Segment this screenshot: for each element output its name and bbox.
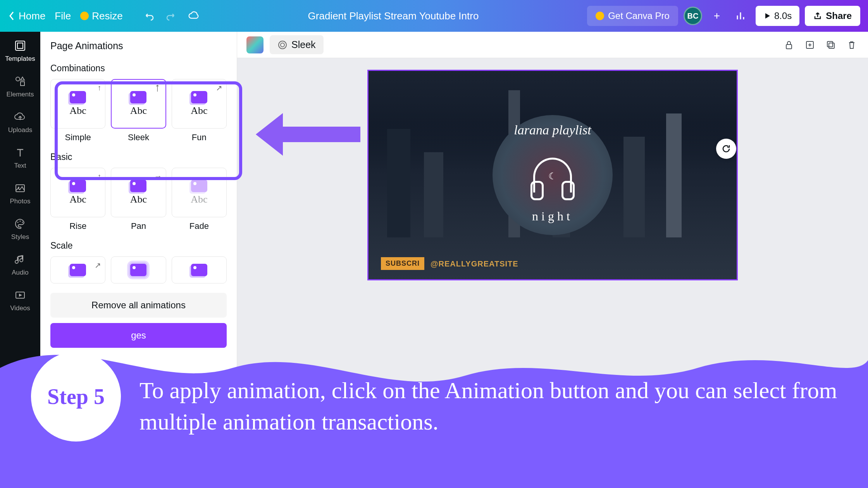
rail-videos[interactable]: Videos [10, 288, 30, 312]
page-color-button[interactable] [246, 36, 264, 53]
section-scale: Scale [50, 241, 227, 251]
step-badge: Step 5 [31, 352, 121, 442]
diag-arrow-icon: ↗ [95, 261, 101, 270]
anim-scale-1[interactable]: ↗ [50, 256, 105, 284]
refresh-button[interactable] [716, 139, 736, 159]
home-button[interactable]: Home [8, 10, 45, 22]
subscribe-badge: SUBSCRI [381, 257, 424, 270]
new-page-button[interactable] [803, 38, 817, 52]
chevron-left-icon [8, 10, 15, 21]
crown-icon [80, 12, 89, 20]
topbar-right: Get Canva Pro BC + 8.0s Share [587, 6, 860, 26]
rail-audio[interactable]: Audio [12, 253, 28, 277]
anim-scale-3[interactable] [172, 256, 227, 284]
anim-sleek[interactable]: ⭡AbcSleek [111, 79, 166, 143]
pro-label: Get Canva Pro [608, 10, 670, 21]
section-basic: Basic [50, 152, 227, 162]
svg-point-2 [16, 77, 20, 81]
up-arrow-icon: ↑ [97, 83, 101, 92]
anim-pan[interactable]: →AbcPan [111, 168, 166, 231]
svg-rect-15 [829, 43, 834, 48]
anim-simple[interactable]: ↑AbcSimple [50, 79, 105, 143]
diag-arrow-icon: ↗ [216, 83, 222, 93]
animation-chip[interactable]: Sleek [270, 35, 324, 54]
moon-icon: ☾ [548, 171, 557, 182]
basic-grid: ↑AbcRise →AbcPan AbcFade [50, 168, 227, 231]
share-label: Share [826, 10, 852, 21]
combinations-grid: ↑AbcSimple ⭡AbcSleek ↗AbcFun [50, 79, 227, 143]
document-title[interactable]: Gradient Playlist Stream Youtube Intro [200, 10, 587, 22]
lock-button[interactable] [782, 38, 796, 52]
svg-rect-1 [17, 43, 23, 48]
avatar[interactable]: BC [684, 7, 702, 25]
svg-rect-0 [16, 41, 25, 50]
headphone-icon: ☾ [533, 158, 572, 192]
logo-text-bottom: night [532, 209, 573, 223]
up-arrow-icon: ↑ [97, 172, 101, 181]
canvas-toolbar: Sleek [237, 32, 868, 58]
handle-text: @REALLYGREATSITE [431, 259, 518, 268]
logo-circle: larana playlist ☾ night [493, 115, 613, 235]
rail-uploads[interactable]: Uploads [8, 110, 32, 134]
get-pro-button[interactable]: Get Canva Pro [587, 6, 678, 26]
cloud-sync-icon[interactable] [188, 10, 200, 22]
anim-scale-2[interactable] [111, 256, 166, 284]
svg-point-6 [17, 222, 18, 223]
tutorial-instruction: To apply animation, click on the Animati… [140, 375, 845, 438]
home-label: Home [19, 10, 45, 22]
rail-templates[interactable]: Templates [5, 39, 35, 63]
rail-styles[interactable]: Styles [11, 217, 29, 241]
svg-rect-14 [827, 41, 833, 47]
rail-photos[interactable]: Photos [10, 181, 31, 205]
share-icon [813, 12, 822, 20]
duration-button[interactable]: 8.0s [756, 6, 799, 26]
anim-rise[interactable]: ↑AbcRise [50, 168, 105, 231]
svg-point-8 [22, 222, 23, 223]
top-bar: Home File Resize Gradient Playlist Strea… [0, 0, 868, 32]
play-icon [763, 12, 771, 20]
redo-button[interactable] [165, 10, 177, 22]
svg-point-10 [279, 41, 286, 49]
canvas-frame[interactable]: larana playlist ☾ night SUBSCRI @REALLYG… [367, 70, 738, 280]
section-combinations: Combinations [50, 63, 227, 74]
up-icon: ⭡ [154, 84, 162, 93]
duplicate-button[interactable] [824, 38, 838, 52]
svg-point-7 [19, 221, 21, 222]
anim-fun[interactable]: ↗AbcFun [172, 79, 227, 143]
animation-chip-label: Sleek [291, 39, 316, 50]
scale-grid: ↗ [50, 256, 227, 284]
insights-button[interactable] [732, 7, 750, 25]
resize-label: Resize [92, 10, 122, 22]
topbar-left: Home File Resize [8, 10, 200, 22]
crown-icon [596, 12, 604, 20]
canvas-content: larana playlist ☾ night SUBSCRI @REALLYG… [369, 71, 737, 279]
resize-button[interactable]: Resize [80, 10, 122, 22]
file-button[interactable]: File [55, 10, 71, 22]
duration-label: 8.0s [774, 10, 792, 21]
right-arrow-icon: → [154, 172, 162, 181]
rail-text[interactable]: Text [13, 146, 27, 170]
top-icons [143, 10, 200, 22]
undo-button[interactable] [143, 10, 155, 22]
logo-text-top: larana playlist [514, 123, 591, 137]
svg-rect-12 [786, 45, 792, 49]
delete-button[interactable] [845, 38, 859, 52]
remove-animations-button[interactable]: Remove all animations [50, 293, 227, 318]
animation-icon [277, 40, 288, 50]
svg-rect-3 [21, 82, 24, 86]
share-button[interactable]: Share [805, 6, 860, 26]
tutorial-arrow-icon [256, 109, 360, 161]
rail-elements[interactable]: Elements [7, 74, 34, 98]
panel-title: Page Animations [40, 32, 237, 60]
add-member-button[interactable]: + [708, 7, 726, 25]
svg-point-11 [281, 43, 284, 47]
anim-fade[interactable]: AbcFade [172, 168, 227, 231]
